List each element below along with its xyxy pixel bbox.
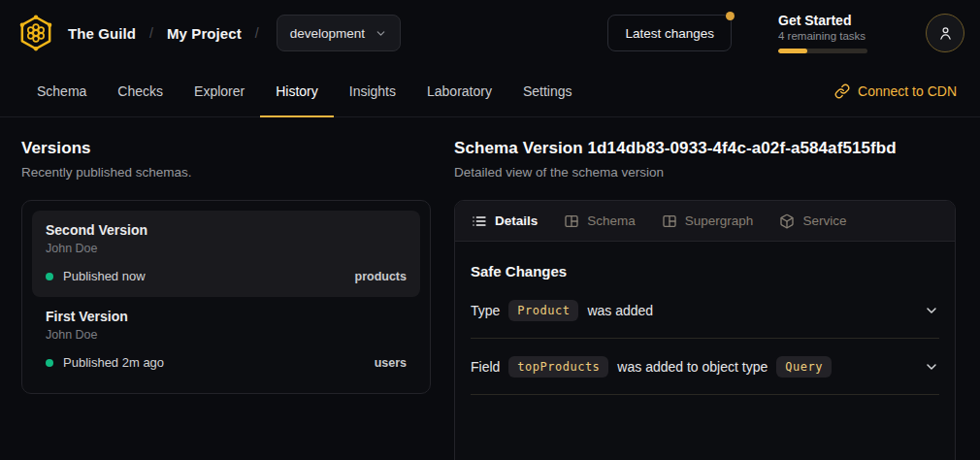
connect-to-cdn-label: Connect to CDN [858, 83, 957, 99]
user-icon [937, 25, 954, 42]
detail-tab-label: Schema [587, 214, 636, 228]
latest-changes-label: Latest changes [625, 26, 714, 41]
version-service: users [375, 356, 407, 370]
versions-subtitle: Recently published schemas. [21, 165, 431, 180]
safe-changes-heading: Safe Changes [471, 263, 939, 279]
tab-schema[interactable]: Schema [21, 66, 102, 116]
detail-tabs-bar: Details Schema [455, 201, 955, 242]
tab-settings[interactable]: Settings [507, 66, 588, 116]
change-text: Field [471, 359, 500, 375]
detail-tab-service[interactable]: Service [779, 214, 846, 229]
notification-dot [726, 12, 735, 20]
version-author: John Doe [46, 242, 407, 255]
target-selector-dropdown[interactable]: development [277, 15, 401, 51]
list-icon [472, 214, 487, 229]
connect-to-cdn-link[interactable]: Connect to CDN [834, 66, 957, 116]
version-detail-card: Details Schema [454, 200, 956, 460]
detail-tab-label: Supergraph [685, 214, 754, 228]
columns-icon [662, 214, 677, 229]
get-started-progress-fill [778, 49, 807, 53]
guild-hive-logo-icon[interactable] [16, 13, 56, 53]
chevron-down-icon[interactable] [924, 359, 939, 375]
published-status-icon [46, 273, 53, 280]
change-row[interactable]: Field topProducts was added to object ty… [471, 339, 939, 395]
breadcrumb: The Guild / My Project / development [68, 15, 401, 51]
main-content: Versions Recently published schemas. Sec… [0, 117, 980, 460]
version-name: Second Version [46, 222, 407, 238]
versions-list: Second Version John Doe Published now pr… [21, 200, 431, 394]
published-status-icon [46, 359, 53, 367]
breadcrumb-separator: / [149, 25, 153, 41]
version-author: John Doe [46, 328, 407, 342]
change-code-chip: topProducts [508, 356, 608, 378]
get-started-tasks: 4 remaining tasks [778, 30, 867, 42]
tab-history[interactable]: History [260, 66, 334, 116]
breadcrumb-org[interactable]: The Guild [68, 25, 136, 42]
detail-tab-details[interactable]: Details [472, 214, 538, 229]
version-meta-row: Published now products [46, 269, 407, 283]
tab-insights[interactable]: Insights [334, 66, 411, 116]
version-status: Published now [63, 269, 146, 283]
detail-tab-label: Details [495, 214, 538, 228]
breadcrumb-project[interactable]: My Project [167, 25, 242, 42]
change-row[interactable]: Type Product was added [471, 282, 939, 339]
detail-tab-supergraph[interactable]: Supergraph [662, 214, 754, 229]
tab-explorer[interactable]: Explorer [179, 66, 260, 116]
chevron-down-icon [375, 27, 387, 40]
version-list-item[interactable]: Second Version John Doe Published now pr… [32, 211, 420, 297]
chevron-down-icon[interactable] [924, 303, 939, 318]
link-chain-icon [834, 83, 850, 99]
change-text: Type [471, 303, 500, 318]
version-list-item[interactable]: First Version John Doe Published 2m ago … [32, 297, 420, 383]
get-started-widget[interactable]: Get Started 4 remaining tasks [778, 13, 867, 53]
version-meta-row: Published 2m ago users [46, 355, 407, 370]
app-window: The Guild / My Project / development Lat… [0, 0, 980, 460]
breadcrumb-separator: / [255, 25, 259, 41]
change-text: was added to object type [617, 359, 768, 375]
schema-version-subtitle: Detailed view of the schema version [454, 165, 956, 180]
versions-title: Versions [21, 139, 431, 158]
change-code-chip: Query [776, 356, 832, 378]
columns-icon [564, 214, 579, 229]
tab-checks[interactable]: Checks [102, 66, 179, 116]
target-selector-value: development [290, 26, 365, 41]
version-name: First Version [46, 309, 407, 324]
detail-body: Safe Changes Type Product was added Fiel… [455, 242, 955, 395]
detail-tab-schema[interactable]: Schema [564, 214, 636, 229]
version-status: Published 2m ago [63, 355, 164, 370]
top-bar: The Guild / My Project / development Lat… [0, 0, 980, 66]
get-started-progressbar [778, 49, 867, 53]
version-detail-panel: Schema Version 1d14db83-0933-4f4c-a02f-a… [454, 139, 956, 460]
detail-tab-label: Service [802, 214, 846, 228]
cube-icon [779, 214, 795, 229]
change-text: was added [587, 303, 653, 318]
project-nav-tabs: Schema Checks Explorer History Insights … [0, 66, 980, 117]
user-avatar-button[interactable] [926, 14, 964, 52]
version-service: products [355, 270, 407, 283]
get-started-title: Get Started [778, 13, 867, 28]
tab-laboratory[interactable]: Laboratory [411, 66, 507, 116]
latest-changes-button[interactable]: Latest changes [607, 15, 732, 51]
change-code-chip: Product [508, 300, 578, 321]
versions-panel: Versions Recently published schemas. Sec… [21, 139, 431, 460]
schema-version-title: Schema Version 1d14db83-0933-4f4c-a02f-a… [454, 139, 956, 158]
